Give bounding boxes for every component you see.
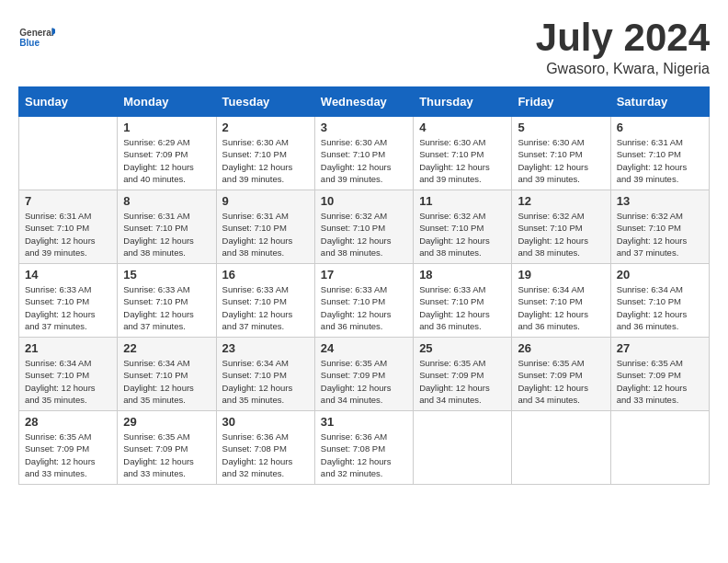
calendar-cell: 10 Sunrise: 6:32 AMSunset: 7:10 PMDaylig… (314, 190, 413, 264)
day-number: 28 (25, 415, 111, 429)
calendar-week-row: 28 Sunrise: 6:35 AMSunset: 7:09 PMDaylig… (19, 411, 710, 485)
calendar-cell: 27 Sunrise: 6:35 AMSunset: 7:09 PMDaylig… (610, 338, 709, 411)
day-info: Sunrise: 6:33 AMSunset: 7:10 PMDaylight:… (419, 283, 506, 332)
calendar-cell: 25 Sunrise: 6:35 AMSunset: 7:09 PMDaylig… (414, 338, 512, 411)
calendar-cell: 23 Sunrise: 6:34 AMSunset: 7:10 PMDaylig… (216, 338, 314, 411)
calendar-cell: 6 Sunrise: 6:31 AMSunset: 7:10 PMDayligh… (610, 117, 709, 190)
weekday-header-friday: Friday (512, 87, 610, 117)
day-number: 19 (518, 268, 604, 282)
day-info: Sunrise: 6:33 AMSunset: 7:10 PMDaylight:… (222, 283, 309, 332)
day-info: Sunrise: 6:30 AMSunset: 7:10 PMDaylight:… (518, 136, 604, 185)
day-info: Sunrise: 6:35 AMSunset: 7:09 PMDaylight:… (321, 357, 407, 406)
weekday-header-tuesday: Tuesday (216, 87, 314, 117)
day-number: 16 (222, 268, 309, 282)
day-info: Sunrise: 6:31 AMSunset: 7:10 PMDaylight:… (25, 210, 111, 259)
calendar-cell: 8 Sunrise: 6:31 AMSunset: 7:10 PMDayligh… (118, 190, 216, 264)
day-info: Sunrise: 6:35 AMSunset: 7:09 PMDaylight:… (123, 431, 210, 479)
weekday-header-row: SundayMondayTuesdayWednesdayThursdayFrid… (19, 87, 710, 117)
calendar-cell: 16 Sunrise: 6:33 AMSunset: 7:10 PMDaylig… (216, 264, 314, 338)
day-info: Sunrise: 6:32 AMSunset: 7:10 PMDaylight:… (617, 210, 703, 259)
day-number: 10 (321, 194, 407, 208)
day-info: Sunrise: 6:30 AMSunset: 7:10 PMDaylight:… (419, 136, 506, 185)
day-info: Sunrise: 6:30 AMSunset: 7:10 PMDaylight:… (321, 136, 407, 185)
month-year-title: July 2024 (536, 18, 710, 57)
day-number: 30 (222, 415, 309, 429)
day-number: 11 (419, 194, 506, 208)
weekday-header-monday: Monday (118, 87, 216, 117)
calendar-cell: 3 Sunrise: 6:30 AMSunset: 7:10 PMDayligh… (314, 117, 413, 190)
day-info: Sunrise: 6:34 AMSunset: 7:10 PMDaylight:… (25, 357, 111, 406)
svg-text:Blue: Blue (19, 38, 40, 48)
day-number: 6 (617, 121, 703, 134)
calendar-cell: 7 Sunrise: 6:31 AMSunset: 7:10 PMDayligh… (19, 190, 118, 264)
day-info: Sunrise: 6:32 AMSunset: 7:10 PMDaylight:… (518, 210, 604, 259)
calendar-cell: 21 Sunrise: 6:34 AMSunset: 7:10 PMDaylig… (19, 338, 118, 411)
day-number: 13 (617, 194, 703, 208)
day-info: Sunrise: 6:31 AMSunset: 7:10 PMDaylight:… (222, 210, 309, 259)
calendar-cell: 31 Sunrise: 6:36 AMSunset: 7:08 PMDaylig… (314, 411, 413, 485)
day-number: 29 (123, 415, 210, 429)
day-number: 9 (222, 194, 309, 208)
day-number: 26 (518, 341, 604, 355)
day-number: 4 (419, 121, 506, 134)
logo: General Blue (18, 18, 55, 55)
day-number: 15 (123, 268, 210, 282)
calendar-week-row: 21 Sunrise: 6:34 AMSunset: 7:10 PMDaylig… (19, 338, 710, 411)
calendar-cell: 29 Sunrise: 6:35 AMSunset: 7:09 PMDaylig… (118, 411, 216, 485)
day-info: Sunrise: 6:34 AMSunset: 7:10 PMDaylight:… (518, 283, 604, 332)
day-info: Sunrise: 6:33 AMSunset: 7:10 PMDaylight:… (321, 283, 407, 332)
weekday-header-thursday: Thursday (414, 87, 512, 117)
calendar-table: SundayMondayTuesdayWednesdayThursdayFrid… (18, 86, 710, 485)
calendar-cell: 18 Sunrise: 6:33 AMSunset: 7:10 PMDaylig… (414, 264, 512, 338)
calendar-cell: 20 Sunrise: 6:34 AMSunset: 7:10 PMDaylig… (610, 264, 709, 338)
calendar-cell: 13 Sunrise: 6:32 AMSunset: 7:10 PMDaylig… (610, 190, 709, 264)
day-info: Sunrise: 6:34 AMSunset: 7:10 PMDaylight:… (123, 357, 210, 406)
day-number: 21 (25, 341, 111, 355)
location-label: Gwasoro, Kwara, Nigeria (536, 61, 710, 77)
day-number: 1 (123, 121, 210, 134)
day-number: 22 (123, 341, 210, 355)
day-info: Sunrise: 6:35 AMSunset: 7:09 PMDaylight:… (419, 357, 506, 406)
day-number: 8 (123, 194, 210, 208)
day-info: Sunrise: 6:31 AMSunset: 7:10 PMDaylight:… (617, 136, 703, 185)
calendar-week-row: 7 Sunrise: 6:31 AMSunset: 7:10 PMDayligh… (19, 190, 710, 264)
calendar-cell: 30 Sunrise: 6:36 AMSunset: 7:08 PMDaylig… (216, 411, 314, 485)
page-header: General Blue July 2024 Gwasoro, Kwara, N… (18, 18, 710, 77)
day-info: Sunrise: 6:36 AMSunset: 7:08 PMDaylight:… (321, 431, 407, 479)
calendar-cell: 12 Sunrise: 6:32 AMSunset: 7:10 PMDaylig… (512, 190, 610, 264)
calendar-cell (512, 411, 610, 485)
calendar-cell: 1 Sunrise: 6:29 AMSunset: 7:09 PMDayligh… (118, 117, 216, 190)
calendar-cell: 26 Sunrise: 6:35 AMSunset: 7:09 PMDaylig… (512, 338, 610, 411)
day-number: 23 (222, 341, 309, 355)
calendar-cell: 15 Sunrise: 6:33 AMSunset: 7:10 PMDaylig… (118, 264, 216, 338)
calendar-week-row: 14 Sunrise: 6:33 AMSunset: 7:10 PMDaylig… (19, 264, 710, 338)
day-number: 18 (419, 268, 506, 282)
day-info: Sunrise: 6:34 AMSunset: 7:10 PMDaylight:… (617, 283, 703, 332)
day-number: 2 (222, 121, 309, 134)
day-info: Sunrise: 6:30 AMSunset: 7:10 PMDaylight:… (222, 136, 309, 185)
calendar-cell: 2 Sunrise: 6:30 AMSunset: 7:10 PMDayligh… (216, 117, 314, 190)
calendar-cell (19, 117, 118, 190)
calendar-cell: 19 Sunrise: 6:34 AMSunset: 7:10 PMDaylig… (512, 264, 610, 338)
day-number: 3 (321, 121, 407, 134)
weekday-header-sunday: Sunday (19, 87, 118, 117)
day-info: Sunrise: 6:29 AMSunset: 7:09 PMDaylight:… (123, 136, 210, 185)
calendar-cell: 24 Sunrise: 6:35 AMSunset: 7:09 PMDaylig… (314, 338, 413, 411)
day-info: Sunrise: 6:32 AMSunset: 7:10 PMDaylight:… (419, 210, 506, 259)
weekday-header-saturday: Saturday (610, 87, 709, 117)
day-number: 25 (419, 341, 506, 355)
calendar-cell: 17 Sunrise: 6:33 AMSunset: 7:10 PMDaylig… (314, 264, 413, 338)
day-info: Sunrise: 6:35 AMSunset: 7:09 PMDaylight:… (25, 431, 111, 479)
day-info: Sunrise: 6:32 AMSunset: 7:10 PMDaylight:… (321, 210, 407, 259)
day-number: 17 (321, 268, 407, 282)
day-number: 12 (518, 194, 604, 208)
day-info: Sunrise: 6:34 AMSunset: 7:10 PMDaylight:… (222, 357, 309, 406)
day-info: Sunrise: 6:33 AMSunset: 7:10 PMDaylight:… (123, 283, 210, 332)
day-info: Sunrise: 6:33 AMSunset: 7:10 PMDaylight:… (25, 283, 111, 332)
weekday-header-wednesday: Wednesday (314, 87, 413, 117)
logo: General Blue (18, 18, 55, 55)
calendar-cell (610, 411, 709, 485)
day-info: Sunrise: 6:35 AMSunset: 7:09 PMDaylight:… (617, 357, 703, 406)
day-number: 24 (321, 341, 407, 355)
svg-text:General: General (19, 28, 53, 38)
